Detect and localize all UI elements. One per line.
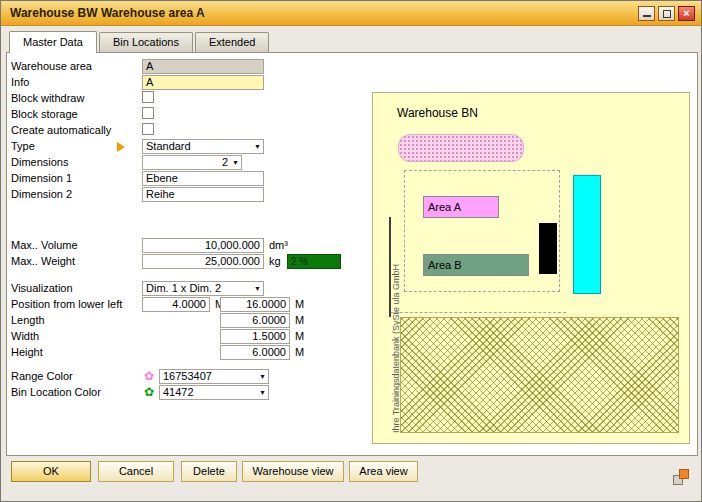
delete-button[interactable]: Delete bbox=[181, 461, 237, 482]
minimize-icon[interactable] bbox=[638, 6, 655, 21]
block-storage-label: Block storage bbox=[11, 107, 78, 122]
position-x-field[interactable]: 4.0000 bbox=[142, 297, 210, 312]
tab-master-data[interactable]: Master Data bbox=[9, 31, 97, 53]
position-y-unit: M bbox=[295, 297, 304, 312]
width-field[interactable]: 1.5000 bbox=[220, 329, 290, 344]
title-bar[interactable]: Warehouse BW Warehouse area A × bbox=[1, 1, 701, 26]
warehouse-area-window: Warehouse BW Warehouse area A × Master D… bbox=[0, 0, 702, 502]
warehouse-view-button[interactable]: Warehouse view bbox=[242, 461, 344, 482]
close-icon[interactable]: × bbox=[678, 6, 695, 21]
range-color-dropdown[interactable]: 16753407 ▼ bbox=[159, 369, 269, 384]
max-weight-label: Max.. Weight bbox=[11, 254, 75, 269]
form-resize-icon[interactable] bbox=[673, 469, 690, 486]
dimension1-field[interactable]: Ebene bbox=[142, 171, 264, 186]
position-label: Position from lower left bbox=[11, 297, 122, 312]
area-b-rect[interactable]: Area B bbox=[423, 254, 529, 276]
master-data-panel: Warehouse area A Info A Block withdraw B… bbox=[6, 52, 698, 456]
link-arrow-icon[interactable] bbox=[117, 142, 125, 152]
dimensions-value: 2 bbox=[222, 156, 228, 168]
dimension2-label: Dimension 2 bbox=[11, 187, 72, 202]
block-withdraw-label: Block withdraw bbox=[11, 91, 84, 106]
canvas-warehouse-title: Warehouse BN bbox=[397, 106, 478, 120]
warehouse-area-field: A bbox=[142, 59, 264, 74]
tab-bar: Master Data Bin Locations Extended bbox=[9, 31, 271, 53]
range-color-flower-icon: ✿ bbox=[142, 369, 156, 384]
width-unit: M bbox=[295, 329, 304, 344]
chevron-down-icon: ▼ bbox=[259, 389, 266, 397]
info-label: Info bbox=[11, 75, 29, 90]
position-y-field[interactable]: 16.0000 bbox=[220, 297, 290, 312]
width-label: Width bbox=[11, 329, 39, 344]
chevron-down-icon: ▼ bbox=[232, 159, 239, 167]
length-unit: M bbox=[295, 313, 304, 328]
max-volume-label: Max.. Volume bbox=[11, 238, 78, 253]
length-field[interactable]: 6.0000 bbox=[220, 313, 290, 328]
warehouse-area-label: Warehouse area bbox=[11, 59, 92, 74]
black-bin-block bbox=[539, 223, 557, 274]
range-highlight-shape bbox=[398, 134, 524, 162]
bin-location-color-dropdown[interactable]: 41472 ▼ bbox=[159, 385, 269, 400]
height-field[interactable]: 6.0000 bbox=[220, 345, 290, 360]
range-color-label: Range Color bbox=[11, 369, 73, 384]
type-dropdown[interactable]: Standard ▼ bbox=[142, 139, 264, 154]
window-controls: × bbox=[638, 6, 695, 21]
ok-button[interactable]: OK bbox=[11, 461, 91, 482]
warehouse-visualization-canvas: Warehouse BN Ihre Trainingsdatenbank (Sy… bbox=[372, 92, 690, 444]
dimension1-label: Dimension 1 bbox=[11, 171, 72, 186]
visualization-value: Dim. 1 x Dim. 2 bbox=[146, 282, 221, 294]
type-label: Type bbox=[11, 139, 35, 154]
bin-location-color-value: 41472 bbox=[163, 386, 194, 398]
info-field[interactable]: A bbox=[142, 75, 264, 90]
max-volume-unit: dm³ bbox=[269, 238, 288, 253]
tab-bin-locations[interactable]: Bin Locations bbox=[99, 32, 193, 52]
length-label: Length bbox=[11, 313, 45, 328]
visualization-dropdown[interactable]: Dim. 1 x Dim. 2 ▼ bbox=[142, 281, 264, 296]
create-automatically-label: Create automatically bbox=[11, 123, 111, 138]
bin-location-color-label: Bin Location Color bbox=[11, 385, 101, 400]
range-color-value: 16753407 bbox=[163, 370, 212, 382]
maximize-icon[interactable] bbox=[658, 6, 675, 21]
visualization-label: Visualization bbox=[11, 281, 73, 296]
dimensions-dropdown[interactable]: 2 ▼ bbox=[142, 155, 242, 170]
cancel-button[interactable]: Cancel bbox=[98, 461, 174, 482]
hatched-storage-zone bbox=[400, 317, 679, 433]
resize-orange-square bbox=[679, 469, 689, 479]
dimensions-label: Dimensions bbox=[11, 155, 68, 170]
block-withdraw-checkbox[interactable] bbox=[142, 91, 154, 103]
create-automatically-checkbox[interactable] bbox=[142, 123, 154, 135]
tab-extended[interactable]: Extended bbox=[195, 32, 269, 52]
chevron-down-icon: ▼ bbox=[254, 143, 261, 151]
dimension2-field[interactable]: Reihe bbox=[142, 187, 264, 202]
max-volume-field[interactable]: 10,000.000 bbox=[142, 238, 264, 253]
max-weight-field[interactable]: 25,000.000 bbox=[142, 254, 264, 269]
block-storage-checkbox[interactable] bbox=[142, 107, 154, 119]
area-view-button[interactable]: Area view bbox=[349, 461, 418, 482]
dashed-zone-line bbox=[390, 312, 566, 313]
bin-location-color-flower-icon: ✿ bbox=[142, 385, 156, 400]
area-a-rect[interactable]: Area A bbox=[423, 196, 499, 218]
max-weight-unit: kg bbox=[269, 254, 281, 269]
weight-usage-bar: 2 % bbox=[287, 254, 341, 269]
window-title: Warehouse BW Warehouse area A bbox=[10, 1, 205, 26]
cyan-bin-block bbox=[573, 175, 601, 294]
height-label: Height bbox=[11, 345, 43, 360]
height-unit: M bbox=[295, 345, 304, 360]
type-value: Standard bbox=[146, 140, 191, 152]
chevron-down-icon: ▼ bbox=[259, 373, 266, 381]
chevron-down-icon: ▼ bbox=[254, 285, 261, 293]
